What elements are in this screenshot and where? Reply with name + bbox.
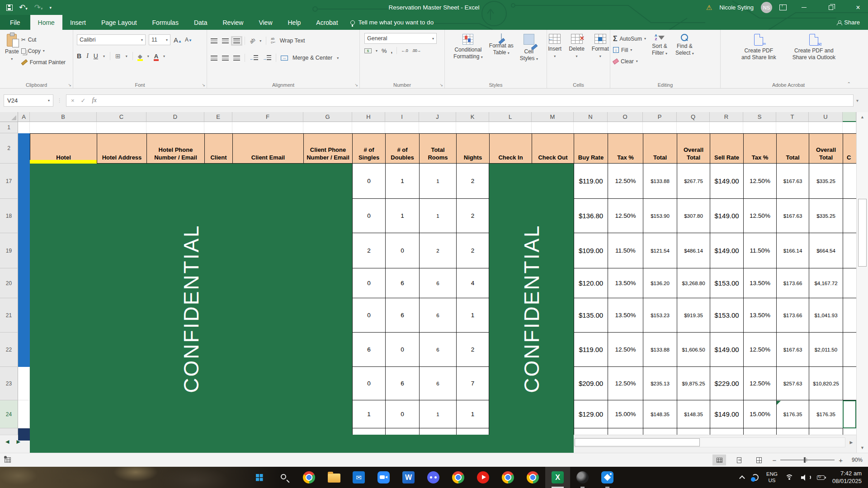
font-size-select[interactable]: 11▾ <box>149 34 170 45</box>
chrome-profile3-icon[interactable] <box>520 467 545 488</box>
cell-U19[interactable]: $664.54 <box>809 233 843 268</box>
row-header-2[interactable]: 2 <box>0 133 18 164</box>
cell-V20[interactable] <box>843 268 856 298</box>
sort-filter-button[interactable]: AZ Sort &Filter ▾ <box>650 32 670 77</box>
vertical-scrollbar-thumb[interactable] <box>858 199 867 267</box>
cell-L1[interactable] <box>489 122 532 133</box>
cell-U1[interactable] <box>809 122 843 133</box>
align-right-button[interactable] <box>233 56 240 61</box>
cell-P24[interactable]: $148.35 <box>643 400 677 428</box>
cell-V21[interactable] <box>843 298 856 333</box>
selected-cell-V24[interactable] <box>843 400 856 428</box>
column-header-R[interactable]: R <box>710 112 743 122</box>
clipboard-dialog-launcher[interactable]: ↘ <box>68 83 71 87</box>
column-header-D[interactable]: D <box>146 112 204 122</box>
column-header-S[interactable]: S <box>743 112 776 122</box>
cell-I22[interactable]: 0 <box>385 333 419 367</box>
tab-view[interactable]: View <box>251 15 280 30</box>
cell-C1[interactable] <box>97 122 146 133</box>
expand-formula-bar-button[interactable]: ▾ <box>856 98 864 103</box>
column-header-A[interactable]: A <box>18 112 30 122</box>
column-header-J[interactable]: J <box>419 112 456 122</box>
ribbon-display-options-button[interactable] <box>779 5 787 10</box>
column-header-N[interactable]: N <box>574 112 608 122</box>
cell-R23[interactable]: $229.00 <box>710 367 743 400</box>
increase-decimal-button[interactable]: ←.0 <box>401 48 408 53</box>
cell-S25[interactable] <box>743 428 776 435</box>
column-header-E[interactable]: E <box>204 112 232 122</box>
header-cell-B[interactable]: Hotel <box>30 133 97 164</box>
format-painter-button[interactable]: Format Painter <box>21 56 66 68</box>
horizontal-scrollbar[interactable] <box>574 437 845 447</box>
enter-button[interactable]: ✓ <box>81 97 86 104</box>
clock[interactable]: 7:42 am08/01/2025 <box>832 470 862 485</box>
orientation-button[interactable]: ab <box>249 37 256 44</box>
cell-O22[interactable]: 12.50% <box>608 333 643 367</box>
cell-P23[interactable]: $235.13 <box>643 367 677 400</box>
cell-U23[interactable]: $10,820.25 <box>809 367 843 400</box>
header-cell-R[interactable]: Sell Rate <box>710 133 743 164</box>
create-pdf-share-outlook-button[interactable]: Create PDF andShare via Outlook <box>790 32 838 77</box>
column-header-C[interactable]: C <box>97 112 146 122</box>
cell-N17[interactable]: $119.00 <box>574 164 608 199</box>
cell-O17[interactable]: 12.50% <box>608 164 643 199</box>
cell-N1[interactable] <box>574 122 608 133</box>
cell-I17[interactable]: 1 <box>385 164 419 199</box>
cell-I20[interactable]: 6 <box>385 268 419 298</box>
qat-customize-button[interactable]: ▾ <box>50 5 52 10</box>
cell-T1[interactable] <box>776 122 809 133</box>
cell-P25[interactable] <box>643 428 677 435</box>
cell-N22[interactable]: $119.00 <box>574 333 608 367</box>
cell-J23[interactable]: 6 <box>419 367 456 400</box>
cell-T21[interactable]: $173.66 <box>776 298 809 333</box>
cell-T17[interactable]: $167.63 <box>776 164 809 199</box>
zoom-in-button[interactable]: + <box>839 456 843 464</box>
cell-O20[interactable]: 13.50% <box>608 268 643 298</box>
cell-S18[interactable]: 12.50% <box>743 199 776 233</box>
row-header-25[interactable] <box>0 428 18 435</box>
search-icon[interactable] <box>272 467 297 488</box>
scroll-down-arrow[interactable]: ▼ <box>857 443 868 453</box>
discord-icon[interactable] <box>421 467 446 488</box>
scroll-right-arrow[interactable]: ▶ <box>846 437 856 447</box>
cell-O19[interactable]: 11.50% <box>608 233 643 268</box>
cell-P17[interactable]: $133.88 <box>643 164 677 199</box>
header-cell-P[interactable]: Total <box>643 133 677 164</box>
chrome-profile2-icon[interactable] <box>495 467 520 488</box>
column-header-G[interactable]: G <box>303 112 352 122</box>
cell-V25[interactable] <box>843 428 856 435</box>
row-header-17[interactable]: 17 <box>0 164 18 199</box>
cell-A24[interactable] <box>18 400 30 428</box>
cell-P19[interactable]: $121.54 <box>643 233 677 268</box>
select-all-corner[interactable] <box>0 112 18 122</box>
cell-Q21[interactable]: $919.35 <box>677 298 710 333</box>
zoom-slider[interactable] <box>780 460 835 460</box>
cell-N23[interactable]: $209.00 <box>574 367 608 400</box>
macro-record-icon[interactable] <box>5 457 11 463</box>
cut-button[interactable]: ✂Cut <box>21 34 66 45</box>
tab-file[interactable]: File <box>0 15 30 30</box>
align-left-button[interactable] <box>211 56 217 61</box>
cell-U22[interactable]: $2,011.50 <box>809 333 843 367</box>
cell-U25[interactable] <box>809 428 843 435</box>
row-header-19[interactable]: 19 <box>0 233 18 268</box>
cell-R17[interactable]: $149.00 <box>710 164 743 199</box>
cell-U17[interactable]: $335.25 <box>809 164 843 199</box>
cell-U18[interactable]: $335.25 <box>809 199 843 233</box>
clear-button[interactable]: Clear▾ <box>613 56 646 67</box>
cell-H1[interactable] <box>352 122 385 133</box>
cell-styles-button[interactable]: CellStyles ▾ <box>518 32 540 77</box>
cell-V23[interactable] <box>843 367 856 400</box>
zoom-level[interactable]: 90% <box>849 457 863 463</box>
cell-V22[interactable] <box>843 333 856 367</box>
cell-S22[interactable]: 12.50% <box>743 333 776 367</box>
cell-V18[interactable] <box>843 199 856 233</box>
cell-N25[interactable] <box>574 428 608 435</box>
account-name[interactable]: Nicole Syting <box>719 4 754 11</box>
cell-O25[interactable] <box>608 428 643 435</box>
warning-icon[interactable]: ⚠ <box>706 4 712 12</box>
page-break-view-button[interactable] <box>752 455 766 465</box>
cell-O23[interactable]: 12.50% <box>608 367 643 400</box>
decrease-font-button[interactable]: A▼ <box>185 37 192 43</box>
header-cell-C[interactable]: Hotel Address <box>97 133 146 164</box>
